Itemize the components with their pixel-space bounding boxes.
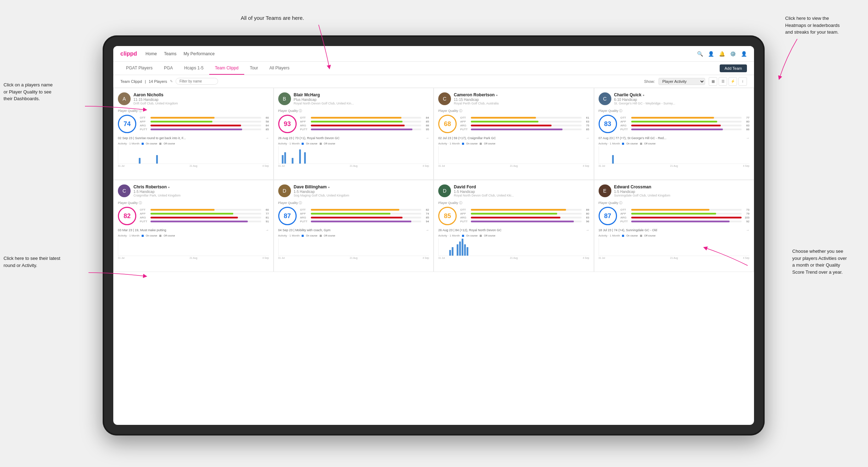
player-header: D David Ford 1-5 Handicap Royal North De… xyxy=(438,184,589,197)
chart-date-2: 21 Aug xyxy=(670,257,678,259)
quality-circle[interactable]: 83 xyxy=(599,115,617,133)
quality-circle[interactable]: 68 xyxy=(438,115,457,133)
bar-label-ott: OTT xyxy=(140,208,149,211)
bar-value-putt: 85 xyxy=(263,128,269,131)
player-card[interactable]: D Dave Billingham ● 1-5 Handicap Sog Mag… xyxy=(274,180,434,272)
quality-circle[interactable]: 85 xyxy=(438,207,457,225)
filter-button[interactable]: ⚡ xyxy=(729,77,737,86)
player-quality[interactable]: 87 OTT 73 APP 79 ARG 103 PU xyxy=(599,207,750,225)
player-card[interactable]: C Charlie Quick ● 6-10 Handicap St. Geor… xyxy=(594,88,754,180)
nav-teams[interactable]: Teams xyxy=(164,50,176,58)
player-quality[interactable]: 82 OTT 60 APP 77 ARG 81 PUT xyxy=(118,207,269,225)
latest-round[interactable]: 07 Aug 23 | 77 (+7), St George's Hill GC… xyxy=(599,136,750,140)
latest-round[interactable]: 04 Sep 23 | Mobility with coach, Gym → xyxy=(278,228,429,232)
quality-circle[interactable]: 93 xyxy=(278,115,297,133)
quality-circle[interactable]: 74 xyxy=(118,115,136,133)
off-course-dot xyxy=(159,143,161,145)
tab-hcaps[interactable]: Hcaps 1-5 xyxy=(178,62,209,75)
off-course-dot xyxy=(480,235,482,237)
player-card[interactable]: D David Ford 1-5 Handicap Royal North De… xyxy=(434,180,594,272)
tab-tour[interactable]: Tour xyxy=(244,62,264,75)
chart-bar xyxy=(304,152,306,164)
add-team-button[interactable]: Add Team xyxy=(720,64,747,72)
latest-round[interactable]: 03 Mar 23 | 19, Must make putting → xyxy=(118,228,269,232)
player-name[interactable]: Aaron Nicholls xyxy=(133,92,269,97)
on-course-label: On course xyxy=(466,234,478,237)
bar-label-app: APP xyxy=(300,212,309,215)
avatar-icon[interactable]: 👤 xyxy=(741,51,747,57)
player-name[interactable]: David Ford xyxy=(454,184,589,189)
player-quality[interactable]: 68 OTT 61 APP 63 ARG 75 PUT xyxy=(438,115,589,133)
player-card[interactable]: A Aaron Nicholls 11-15 Handicap Drift Go… xyxy=(113,88,274,180)
player-quality[interactable]: 85 OTT 89 APP 80 ARG 83 PUT xyxy=(438,207,589,225)
bar-fill-app xyxy=(311,121,402,123)
bar-row-arg: ARG 83 xyxy=(460,216,589,219)
player-header: E Edward Crossman 1-5 Handicap Sunningda… xyxy=(599,184,750,197)
tab-pgat-players[interactable]: PGAT Players xyxy=(120,62,158,75)
grid-view-button[interactable]: ▦ xyxy=(709,77,717,86)
bar-fill-putt xyxy=(150,221,248,222)
tab-all-players[interactable]: All Players xyxy=(264,62,295,75)
quality-label: Player Quality ⓘ xyxy=(599,201,750,205)
bell-icon[interactable]: 🔔 xyxy=(719,51,725,57)
bar-row-app: APP 58 xyxy=(140,120,269,123)
search-icon[interactable]: 🔍 xyxy=(697,51,703,57)
latest-round-arrow: → xyxy=(746,136,749,140)
bar-row-ott: OTT 61 xyxy=(460,116,589,119)
list-view-button[interactable]: ☰ xyxy=(719,77,727,86)
tab-pga[interactable]: PGA xyxy=(158,62,178,75)
filter-input[interactable] xyxy=(176,78,218,85)
quality-circle[interactable]: 82 xyxy=(118,207,136,225)
bar-fill-ott xyxy=(150,209,215,211)
show-select[interactable]: Player Activity Quality Score Trend xyxy=(658,78,705,85)
activity-label: Activity · 1 Month On course Off course xyxy=(599,142,750,145)
player-quality[interactable]: 93 OTT 84 APP 85 ARG 88 PUT xyxy=(278,115,429,133)
chart-date-2: 21 Aug xyxy=(350,257,358,259)
player-card[interactable]: C Cameron Robertson ● 11-15 Handicap Roy… xyxy=(434,88,594,180)
latest-round[interactable]: 26 Aug 23 | 84 (+12), Royal North Devon … xyxy=(438,228,589,232)
player-card[interactable]: C Chris Robertson ● 1-5 Handicap Craigmi… xyxy=(113,180,274,272)
bar-label-arg: ARG xyxy=(460,124,469,127)
player-name[interactable]: Cameron Robertson ● xyxy=(454,92,589,97)
bar-row-putt: PUTT 85 xyxy=(140,128,269,131)
player-quality[interactable]: 74 OTT 60 APP 58 ARG 84 PUT xyxy=(118,115,269,133)
bar-value-app: 79 xyxy=(743,212,749,215)
player-header: A Aaron Nicholls 11-15 Handicap Drift Go… xyxy=(118,92,269,105)
player-name[interactable]: Blair McHarg xyxy=(294,92,429,97)
latest-round[interactable]: 02 Sep 23 | Sunrise round to get back in… xyxy=(118,136,269,140)
bar-fill-ott xyxy=(311,117,401,119)
on-course-label: On course xyxy=(306,142,317,145)
player-card[interactable]: E Edward Crossman 1-5 Handicap Sunningda… xyxy=(594,180,754,272)
quality-circle[interactable]: 87 xyxy=(599,207,617,225)
player-quality[interactable]: 87 OTT 82 APP 74 ARG 85 PUT xyxy=(278,207,429,225)
settings-icon[interactable]: ⚙️ xyxy=(730,51,736,57)
on-course-dot xyxy=(302,235,304,237)
player-name[interactable]: Charlie Quick ● xyxy=(614,92,750,97)
bar-track-ott xyxy=(631,209,742,211)
user-icon[interactable]: 👤 xyxy=(708,51,714,57)
chart-dates: 31 Jul 21 Aug 4 Sep xyxy=(118,257,269,259)
latest-round[interactable]: 26 Aug 23 | 73 (+1), Royal North Devon G… xyxy=(278,136,429,140)
bar-row-app: APP 80 xyxy=(460,212,589,215)
player-name[interactable]: Chris Robertson ● xyxy=(133,184,269,189)
bar-value-app: 80 xyxy=(743,120,749,123)
latest-round[interactable]: 02 Jul 23 | 59 (+17), Craigmillar Park G… xyxy=(438,136,589,140)
nav-home[interactable]: Home xyxy=(145,50,157,58)
quality-bars: OTT 60 APP 77 ARG 81 PUTT 91 xyxy=(140,208,269,224)
chart-date-2: 21 Aug xyxy=(190,257,198,259)
bar-value-app: 58 xyxy=(263,120,269,123)
player-name[interactable]: Edward Crossman xyxy=(614,184,750,189)
quality-circle[interactable]: 87 xyxy=(278,207,297,225)
player-name[interactable]: Dave Billingham ● xyxy=(294,184,429,189)
bar-label-arg: ARG xyxy=(621,216,630,219)
tab-team-clippd[interactable]: Team Clippd xyxy=(209,62,244,75)
edit-icon[interactable]: ✎ xyxy=(170,79,173,83)
nav-my-performance[interactable]: My Performance xyxy=(183,50,215,58)
chart-bar xyxy=(292,158,293,164)
bar-fill-app xyxy=(471,121,538,123)
sort-button[interactable]: ↕ xyxy=(738,77,747,86)
player-quality[interactable]: 83 OTT 77 APP 80 ARG 83 PUT xyxy=(599,115,750,133)
latest-round[interactable]: 18 Jul 23 | 74 (+4), Sunningdale GC - Ol… xyxy=(599,228,750,232)
bar-value-arg: 85 xyxy=(423,216,429,219)
player-card[interactable]: B Blair McHarg Plus Handicap Royal North… xyxy=(274,88,434,180)
